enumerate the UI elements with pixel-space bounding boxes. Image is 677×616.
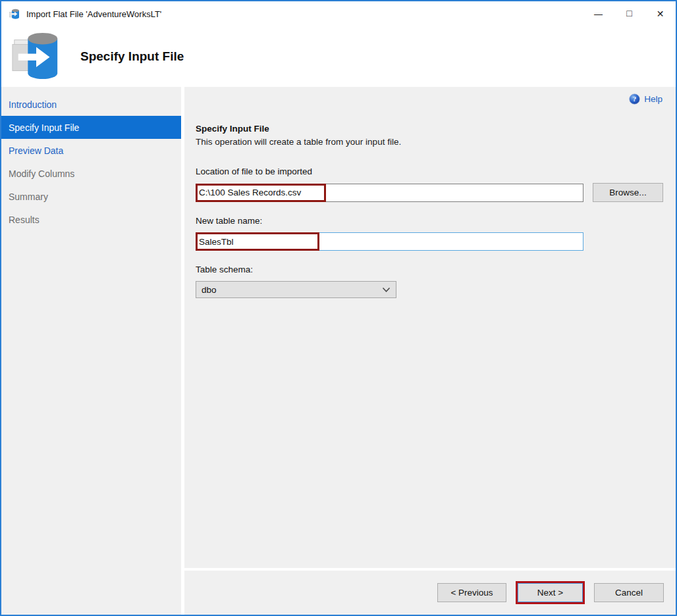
sidebar-item-summary[interactable]: Summary	[1, 185, 181, 208]
table-name-label: New table name:	[196, 216, 676, 226]
sidebar-item-modify-columns[interactable]: Modify Columns	[1, 162, 181, 185]
chevron-down-icon	[382, 287, 391, 293]
wizard-header: Specify Input File	[1, 26, 676, 87]
window-title: Import Flat File 'AdventureWorksLT'	[26, 9, 161, 19]
main-panel: ? Help Specify Input File This operation…	[184, 87, 676, 615]
wizard-footer: < Previous Next > Cancel	[184, 568, 676, 615]
sidebar-item-specify-input-file[interactable]: Specify Input File	[1, 116, 181, 139]
sidebar-item-introduction[interactable]: Introduction	[1, 93, 181, 116]
minimize-button[interactable]: —	[583, 1, 614, 26]
svg-text:?: ?	[633, 95, 636, 103]
help-label: Help	[644, 94, 663, 104]
table-name-input[interactable]	[196, 232, 583, 251]
table-schema-value: dbo	[202, 285, 217, 295]
next-button[interactable]: Next >	[518, 583, 583, 602]
import-file-to-database-icon	[11, 31, 62, 82]
previous-button[interactable]: < Previous	[437, 583, 506, 602]
close-button[interactable]: ✕	[645, 1, 676, 26]
file-location-label: Location of file to be imported	[196, 167, 676, 176]
page-title: Specify Input File	[80, 49, 184, 64]
table-name-row	[196, 232, 676, 251]
section-title: Specify Input File	[196, 124, 676, 134]
section-subtitle: This operation will create a table from …	[196, 137, 676, 147]
wizard-body: Introduction Specify Input File Preview …	[1, 87, 676, 615]
step-content: Specify Input File This operation will c…	[184, 87, 676, 568]
cancel-button[interactable]: Cancel	[594, 583, 664, 602]
annotation-box-next-button: Next >	[516, 581, 585, 604]
table-schema-label: Table schema:	[196, 265, 676, 274]
sidebar-item-results[interactable]: Results	[1, 208, 181, 231]
maximize-button[interactable]: □	[614, 1, 645, 26]
table-schema-select[interactable]: dbo	[196, 281, 396, 298]
table-name-field-wrap	[196, 232, 583, 251]
help-link[interactable]: ? Help	[629, 93, 663, 105]
window-controls: — □ ✕	[583, 1, 676, 26]
app-database-icon	[9, 9, 20, 20]
help-question-icon: ?	[629, 93, 640, 105]
import-flat-file-window: Import Flat File 'AdventureWorksLT' — □ …	[0, 0, 677, 616]
browse-button[interactable]: Browse...	[593, 183, 663, 202]
file-location-field-wrap	[196, 184, 583, 202]
file-location-input[interactable]	[196, 184, 583, 202]
wizard-steps-sidebar: Introduction Specify Input File Preview …	[1, 87, 184, 615]
file-location-row: Browse...	[196, 183, 676, 202]
sidebar-item-preview-data[interactable]: Preview Data	[1, 139, 181, 162]
titlebar: Import Flat File 'AdventureWorksLT' — □ …	[1, 1, 676, 26]
